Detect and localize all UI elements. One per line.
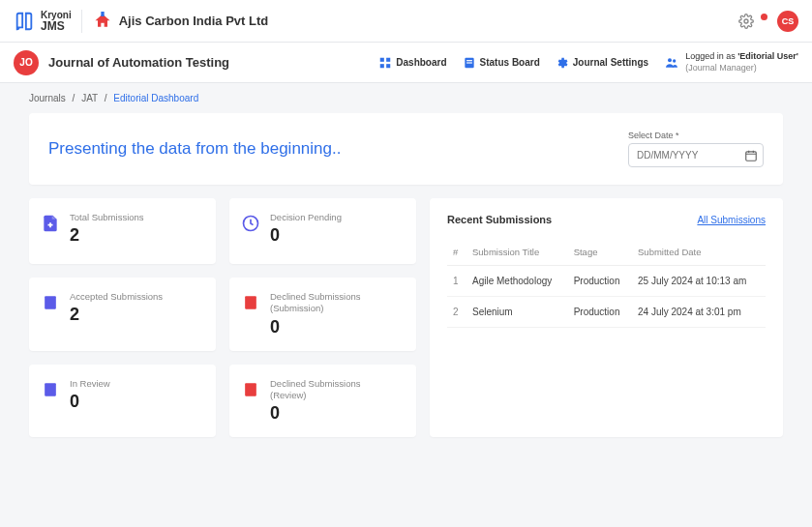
stat-decision-pending[interactable]: Decision Pending 0 [229, 198, 416, 264]
all-submissions-link[interactable]: All Submissions [697, 215, 766, 225]
svg-rect-2 [380, 57, 384, 61]
nav-dashboard[interactable]: Dashboard [378, 56, 446, 70]
journal-title: Journal of Automation Testing [48, 55, 229, 70]
document-plus-icon [41, 214, 60, 233]
book-accepted-icon [41, 293, 60, 312]
app-logo[interactable]: Kryoni JMS [14, 11, 72, 32]
logged-in-info: Logged in as 'Editorial User' (Journal M… [664, 51, 798, 73]
row-stage: Production [568, 297, 632, 328]
svg-rect-3 [386, 57, 390, 61]
table-row[interactable]: 2 Selenium Production 24 July 2024 at 3:… [447, 297, 766, 328]
dashboard-icon [378, 56, 392, 70]
date-label: Select Date * [628, 131, 764, 140]
stat-label: Declined Submissions(Submission) [270, 291, 360, 315]
stat-value: 2 [70, 225, 144, 246]
stat-in-review[interactable]: In Review 0 [29, 365, 216, 438]
svg-point-11 [673, 59, 676, 62]
row-index: 2 [447, 297, 466, 328]
stat-value: 0 [70, 392, 110, 412]
svg-rect-5 [386, 64, 390, 68]
row-title: Selenium [466, 297, 568, 328]
book-declined-review-icon [241, 380, 260, 399]
nav-dashboard-label: Dashboard [396, 57, 446, 68]
col-date: Submitted Date [632, 239, 766, 266]
stat-accepted-submissions[interactable]: Accepted Submissions 2 [29, 278, 216, 351]
breadcrumb: Journals / JAT / Editorial Dashboard [0, 83, 812, 113]
stat-value: 0 [270, 317, 360, 337]
stat-label: In Review [70, 378, 110, 390]
nav-status-board-label: Status Board [480, 57, 540, 68]
logged-in-user: 'Editorial User' [737, 51, 798, 61]
stat-label: Decision Pending [270, 212, 342, 223]
table-row[interactable]: 1 Agile Methodology Production 25 July 2… [447, 266, 766, 297]
stat-value: 0 [270, 403, 360, 424]
nav-journal-settings[interactable]: Journal Settings [556, 56, 648, 70]
svg-rect-16 [45, 383, 56, 395]
col-stage: Stage [568, 239, 632, 266]
logo-line1: Kryoni [41, 11, 72, 20]
stat-label: Declined Submissions(Review) [270, 378, 360, 402]
gear-icon[interactable] [738, 14, 754, 29]
home-icon[interactable] [92, 11, 113, 32]
stat-declined-submission[interactable]: Declined Submissions(Submission) 0 [229, 278, 416, 351]
col-index: # [447, 239, 466, 266]
logged-in-prefix: Logged in as [685, 51, 737, 61]
divider [81, 10, 82, 33]
svg-rect-7 [466, 60, 472, 61]
avatar[interactable]: CS [777, 11, 798, 32]
date-input[interactable] [628, 143, 764, 167]
stat-value: 0 [270, 225, 342, 246]
col-title: Submission Title [466, 239, 568, 266]
svg-rect-8 [466, 62, 472, 63]
svg-rect-0 [101, 12, 104, 16]
stat-label: Accepted Submissions [70, 291, 163, 303]
svg-rect-15 [245, 296, 256, 308]
row-date: 24 July 2024 at 3:01 pm [632, 297, 766, 328]
logged-in-role: (Journal Manager) [685, 63, 798, 74]
nav-status-board[interactable]: Status Board [463, 56, 540, 70]
row-title: Agile Methodology [466, 266, 568, 297]
book-declined-icon [241, 293, 260, 312]
book-icon [14, 11, 35, 32]
banner-text: Presenting the data from the beginning.. [48, 139, 341, 159]
recent-title: Recent Submissions [447, 214, 552, 225]
org-name: Ajis Carbon India Pvt Ltd [119, 14, 269, 28]
topbar: Kryoni JMS Ajis Carbon India Pvt Ltd CS [0, 0, 812, 43]
breadcrumb-current: Editorial Dashboard [113, 93, 198, 103]
stat-total-submissions[interactable]: Total Submissions 2 [29, 198, 216, 264]
recent-table: # Submission Title Stage Submitted Date … [447, 239, 766, 328]
row-date: 25 July 2024 at 10:13 am [632, 266, 766, 297]
svg-rect-14 [45, 296, 56, 308]
board-icon [463, 56, 476, 70]
svg-rect-4 [380, 64, 384, 68]
subbar: JO Journal of Automation Testing Dashboa… [0, 43, 812, 83]
nav-journal-settings-label: Journal Settings [573, 57, 648, 68]
settings-icon [556, 56, 569, 70]
svg-rect-17 [245, 383, 256, 395]
row-index: 1 [447, 266, 466, 297]
row-stage: Production [568, 266, 632, 297]
book-review-icon [41, 380, 60, 399]
logo-line2: JMS [41, 20, 72, 32]
svg-point-1 [744, 19, 748, 23]
notification-dot [761, 14, 767, 20]
breadcrumb-jat[interactable]: JAT [81, 93, 98, 103]
breadcrumb-journals[interactable]: Journals [29, 93, 66, 103]
banner: Presenting the data from the beginning..… [29, 113, 783, 185]
clock-icon [241, 214, 260, 233]
stat-value: 2 [70, 305, 163, 325]
stat-label: Total Submissions [70, 212, 144, 223]
recent-submissions-card: Recent Submissions All Submissions # Sub… [430, 198, 783, 437]
user-group-icon [664, 55, 679, 71]
svg-point-10 [668, 58, 672, 62]
stat-declined-review[interactable]: Declined Submissions(Review) 0 [229, 365, 416, 438]
journal-badge: JO [14, 50, 39, 75]
